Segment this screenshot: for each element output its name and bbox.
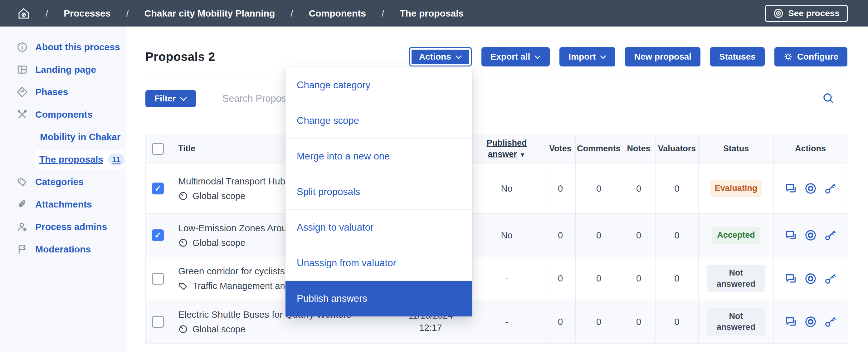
breadcrumb-components[interactable]: Components xyxy=(309,8,366,19)
notes-cell: 0 xyxy=(622,214,655,257)
column-status: Status xyxy=(699,134,774,164)
status-badge: Evaluating xyxy=(710,180,763,197)
proposal-title[interactable]: Green corridor for cyclists and xyxy=(178,266,303,276)
toolbar: Actions Export all Import New proposal S… xyxy=(409,47,847,66)
chevron-down-icon xyxy=(600,55,606,59)
statuses-button[interactable]: Statuses xyxy=(710,47,765,66)
filter-button[interactable]: Filter xyxy=(145,90,196,107)
comments-cell: 0 xyxy=(576,214,622,257)
answer-chat-icon[interactable] xyxy=(785,229,797,241)
actions-button[interactable]: Actions xyxy=(409,47,472,66)
scope-clock-icon xyxy=(178,324,188,334)
sidebar-item-the-proposals[interactable]: The proposals 11 xyxy=(35,150,125,169)
sort-desc-icon: ▼ xyxy=(519,151,525,158)
sidebar-item-about[interactable]: About this process xyxy=(17,36,126,58)
menu-item-change-scope[interactable]: Change scope xyxy=(285,103,472,139)
flag-icon xyxy=(17,244,28,255)
phases-diamond-icon xyxy=(17,86,28,98)
proposal-scope: Global scope xyxy=(178,238,245,248)
sidebar-item-label: Moderations xyxy=(35,244,91,255)
column-votes: Votes xyxy=(546,134,576,164)
table-row: ✓ Green corridor for cyclists and Traffi… xyxy=(145,257,847,300)
row-checkbox[interactable]: ✓ xyxy=(152,229,164,241)
target-eye-icon[interactable] xyxy=(804,182,817,195)
configure-button[interactable]: Configure xyxy=(774,47,847,66)
breadcrumb: / Processes / Chakar city Mobility Plann… xyxy=(18,7,464,20)
sidebar-item-landing-page[interactable]: Landing page xyxy=(17,58,126,81)
menu-item-merge-into-new[interactable]: Merge into a new one xyxy=(285,139,472,174)
permissions-key-icon[interactable] xyxy=(824,182,836,195)
layout-icon xyxy=(17,64,28,75)
target-eye-icon[interactable] xyxy=(804,272,817,285)
sidebar-item-categories[interactable]: Categories xyxy=(17,171,126,193)
target-eye-icon[interactable] xyxy=(804,229,817,241)
row-checkbox[interactable]: ✓ xyxy=(152,182,164,195)
breadcrumb-processes[interactable]: Processes xyxy=(64,8,111,19)
row-checkbox[interactable]: ✓ xyxy=(152,316,164,328)
notes-cell: 0 xyxy=(622,300,655,344)
votes-cell: 0 xyxy=(546,300,576,344)
proposal-category: Traffic Management and S xyxy=(178,281,299,291)
export-all-button[interactable]: Export all xyxy=(482,47,550,66)
row-checkbox[interactable]: ✓ xyxy=(152,273,164,285)
sidebar: About this process Landing page Phases xyxy=(0,27,126,352)
valuators-cell: 0 xyxy=(655,257,699,300)
home-icon[interactable] xyxy=(18,7,30,20)
new-proposal-button[interactable]: New proposal xyxy=(625,47,701,66)
sidebar-item-mobility-in-chakar[interactable]: Mobility in Chakar xyxy=(40,126,126,148)
proposal-scope: Global scope xyxy=(178,191,245,201)
import-button[interactable]: Import xyxy=(559,47,615,66)
votes-cell: 0 xyxy=(546,214,576,257)
info-icon xyxy=(17,41,28,53)
tag-icon xyxy=(17,176,28,187)
sidebar-item-components[interactable]: Components xyxy=(17,103,126,126)
sidebar-item-process-admins[interactable]: Process admins xyxy=(17,216,126,238)
breadcrumb-current[interactable]: The proposals xyxy=(400,8,464,19)
sidebar-item-label: About this process xyxy=(35,42,120,52)
menu-item-publish-answers[interactable]: Publish answers xyxy=(285,281,472,316)
permissions-key-icon[interactable] xyxy=(824,316,836,328)
permissions-key-icon[interactable] xyxy=(824,229,836,241)
sidebar-item-attachments[interactable]: Attachments xyxy=(17,193,126,216)
app: / Processes / Chakar city Mobility Plann… xyxy=(0,0,868,352)
permissions-key-icon[interactable] xyxy=(824,272,836,285)
sidebar-item-phases[interactable]: Phases xyxy=(17,81,126,103)
see-process-button[interactable]: See process xyxy=(765,5,848,22)
comments-cell: 0 xyxy=(576,300,622,344)
column-published-answer[interactable]: Published answer ▼ xyxy=(468,134,546,164)
proposal-title[interactable]: Low-Emission Zones Around I xyxy=(178,223,303,233)
menu-item-split-proposals[interactable]: Split proposals xyxy=(285,174,472,210)
menu-item-change-category[interactable]: Change category xyxy=(285,67,472,103)
sidebar-item-label: Attachments xyxy=(35,199,92,210)
target-eye-icon[interactable] xyxy=(804,316,817,328)
table-row: ✓ Electric Shuttle Buses for Quarry Work… xyxy=(145,300,847,344)
search-icon[interactable] xyxy=(822,92,835,105)
chevron-down-icon xyxy=(180,97,187,101)
sidebar-item-moderations[interactable]: Moderations xyxy=(17,238,126,261)
select-all-cell: ✓ xyxy=(145,134,170,164)
table-header-row: ✓ Title Published answer ▼ Votes Comment… xyxy=(145,134,847,164)
breadcrumb-separator: / xyxy=(290,8,293,19)
gear-icon xyxy=(783,52,793,61)
sidebar-item-label: Landing page xyxy=(35,64,96,75)
answer-chat-icon[interactable] xyxy=(785,182,797,195)
published-answer-cell: - xyxy=(468,257,546,300)
chevron-down-icon xyxy=(456,55,462,59)
menu-item-assign-to-valuator[interactable]: Assign to valuator xyxy=(285,210,472,245)
column-comments: Comments xyxy=(576,134,622,164)
published-answer-cell: - xyxy=(468,300,546,344)
column-notes: Notes xyxy=(622,134,655,164)
table-row: ✓ Low-Emission Zones Around I Global sco… xyxy=(145,214,847,257)
answer-chat-icon[interactable] xyxy=(785,316,797,328)
sidebar-item-label: Process admins xyxy=(35,222,107,232)
breadcrumb-separator: / xyxy=(381,8,384,19)
breadcrumb-separator: / xyxy=(126,8,128,19)
proposals-count-badge: 11 xyxy=(108,153,124,166)
menu-item-unassign-from-valuator[interactable]: Unassign from valuator xyxy=(285,245,472,281)
topbar: / Processes / Chakar city Mobility Plann… xyxy=(0,0,868,27)
answer-chat-icon[interactable] xyxy=(785,272,797,285)
published-answer-cell: No xyxy=(468,214,546,257)
select-all-checkbox[interactable]: ✓ xyxy=(152,143,164,155)
breadcrumb-process-name[interactable]: Chakar city Mobility Planning xyxy=(145,8,275,19)
proposal-title[interactable]: Multimodal Transport Hubs xyxy=(178,176,290,186)
